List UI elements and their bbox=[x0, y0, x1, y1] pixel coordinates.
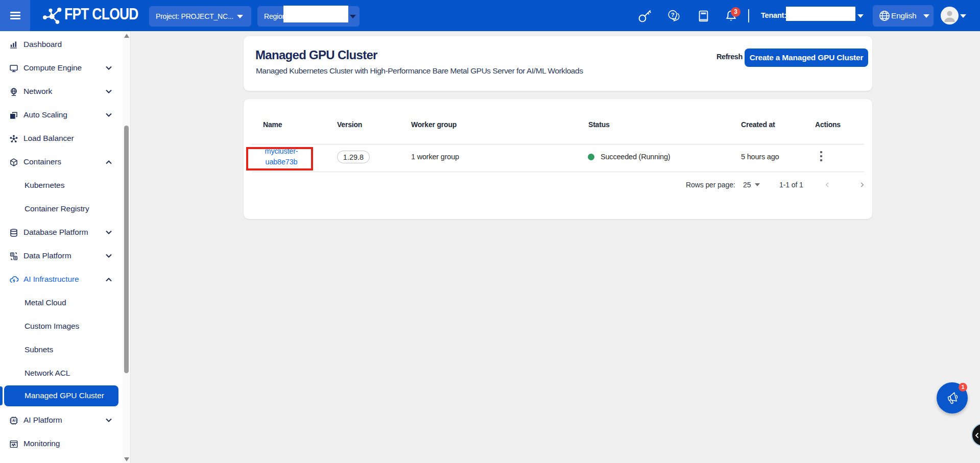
svg-text:?: ? bbox=[671, 12, 675, 18]
svg-text:AI: AI bbox=[12, 419, 16, 422]
